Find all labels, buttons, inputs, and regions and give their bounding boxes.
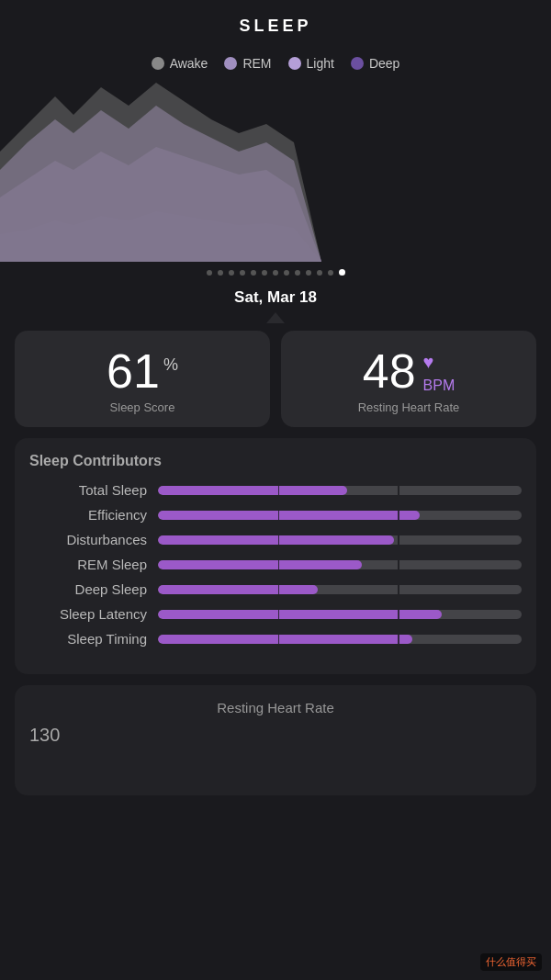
sleep-chart-svg (0, 78, 551, 262)
dot-9 (295, 270, 300, 276)
bar-label: Deep Sleep (29, 581, 158, 597)
bar-track (158, 486, 522, 495)
dot-10 (306, 270, 311, 276)
svg-marker-3 (0, 83, 321, 262)
heart-icon: ♥ (423, 353, 434, 371)
bar-fill (158, 560, 362, 569)
legend-rem: REM (224, 56, 271, 71)
dot-7 (273, 270, 278, 276)
bar-row: Disturbances (29, 532, 522, 547)
awake-dot (152, 57, 164, 70)
arrow-up-icon (266, 312, 285, 323)
legend-light-label: Light (307, 56, 334, 71)
tick-line (398, 486, 399, 495)
watermark: 什么值得买 (480, 953, 542, 971)
bar-fill (158, 535, 394, 545)
bar-fill (158, 585, 318, 594)
heart-rate-number: 48 (363, 347, 416, 395)
tick-line (398, 560, 399, 569)
heart-rate-label: Resting Heart Rate (296, 400, 522, 414)
bpm-label: BPM (423, 378, 455, 393)
bar-label: Efficiency (29, 507, 158, 523)
heart-rate-value-group: 48 ♥ BPM (296, 347, 522, 395)
bar-fill (158, 511, 420, 520)
sleep-score-card[interactable]: 61% Sleep Score (15, 331, 270, 427)
tick-line (398, 585, 399, 594)
bar-fill (158, 635, 412, 644)
heart-rate-chart-title: Resting Heart Rate (29, 700, 522, 715)
date-section: Sat, Mar 18 (0, 283, 551, 327)
page-title: SLEEP (0, 0, 551, 47)
bar-track (158, 511, 522, 520)
sleep-score-unit: % (163, 356, 178, 373)
bar-label: REM Sleep (29, 557, 158, 572)
stats-row: 61% Sleep Score 48 ♥ BPM Resting Heart R… (0, 327, 551, 438)
bar-row: Deep Sleep (29, 581, 522, 597)
bar-track (158, 535, 522, 545)
dot-2 (218, 270, 223, 276)
bar-label: Sleep Latency (29, 606, 158, 622)
heart-rate-chart-value: 130 (29, 725, 522, 746)
dot-4 (240, 270, 245, 276)
legend-awake: Awake (152, 56, 208, 71)
dot-6 (262, 270, 267, 276)
bar-track (158, 610, 522, 619)
dot-3 (229, 270, 234, 276)
sleep-legend: Awake REM Light Deep (0, 47, 551, 78)
bar-row: Total Sleep (29, 482, 522, 498)
date-label: Sat, Mar 18 (234, 288, 317, 306)
bar-fill (158, 610, 442, 619)
rem-dot (224, 57, 237, 70)
bar-row: REM Sleep (29, 557, 522, 572)
bar-label: Sleep Timing (29, 631, 158, 647)
dot-1 (207, 270, 212, 276)
legend-light: Light (288, 56, 334, 71)
sleep-score-label: Sleep Score (29, 400, 255, 414)
bar-track (158, 560, 522, 569)
bar-fill (158, 486, 347, 495)
legend-deep-label: Deep (369, 56, 399, 71)
sleep-score-number: 61 (107, 347, 160, 395)
sleep-score-value: 61% (29, 347, 255, 395)
contributors-section: Sleep Contributors Total SleepEfficiency… (15, 438, 536, 674)
bar-label: Total Sleep (29, 482, 158, 498)
heart-rate-section: Resting Heart Rate 130 (15, 685, 536, 795)
deep-dot (351, 57, 364, 70)
bar-row: Sleep Timing (29, 631, 522, 647)
legend-rem-label: REM (242, 56, 271, 71)
dot-5 (251, 270, 256, 276)
bar-row: Sleep Latency (29, 606, 522, 622)
bar-track (158, 585, 522, 594)
dot-13 (339, 269, 345, 276)
resting-heart-rate-card[interactable]: 48 ♥ BPM Resting Heart Rate (281, 331, 536, 427)
legend-deep: Deep (351, 56, 399, 71)
dot-12 (328, 270, 333, 276)
contributors-title: Sleep Contributors (29, 453, 522, 469)
pagination-dots (0, 262, 551, 283)
bar-track (158, 635, 522, 644)
sleep-chart[interactable] (0, 78, 551, 262)
dot-11 (317, 270, 322, 276)
bar-row: Efficiency (29, 507, 522, 523)
bar-label: Disturbances (29, 532, 158, 547)
tick-line (398, 535, 399, 545)
dot-8 (284, 270, 289, 276)
legend-awake-label: Awake (170, 56, 208, 71)
light-dot (288, 57, 301, 70)
contributors-bars: Total SleepEfficiencyDisturbancesREM Sle… (29, 482, 522, 647)
